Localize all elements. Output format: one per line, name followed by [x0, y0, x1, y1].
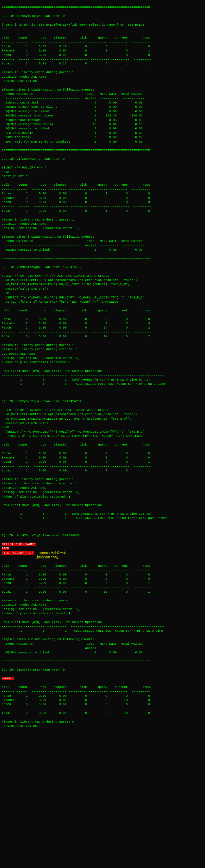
separator-5: ========================================…: [2, 659, 150, 663]
main-content: ========================================…: [0, 0, 205, 730]
section3-sql-id: SQL ID: 93h3o6fzc6gqk Plan Hash: 1276474…: [2, 266, 167, 386]
separator-4: ========================================…: [2, 525, 150, 528]
section6-statement-highlight: commit: [2, 677, 14, 680]
section2-sql-id: SQL ID: 21fzgwpwu277s Plan Hash: 0 SELEC…: [2, 157, 152, 251]
separator-top: ========================================…: [2, 6, 150, 9]
section6-pre: SQL ID: 23wm3kz7rps5y Plan Hash: 0: [2, 668, 65, 672]
section1-sql-id: SQL ID: a0txnym74qj2c Plan Hash: 0 inser…: [2, 14, 152, 143]
section5-pre: SQL ID: 2c1d79jcv7xg7 Plan Hash: 3875980…: [2, 534, 79, 537]
separator-3: ========================================…: [2, 391, 150, 394]
section5-statement-highlight: SELECT "ID","NAME" FROM "TEST_NCLOB" "A2…: [2, 542, 36, 555]
section4-sql-id: SQL ID: dbd2y0kp51j4u Plan Hash: 1276474…: [2, 400, 167, 520]
separator-2: ========================================…: [2, 257, 150, 260]
section6-body: call count cpu elapsed disk query curren…: [2, 685, 152, 728]
section5-body: call count cpu elapsed disk query curren…: [2, 564, 165, 654]
separator-1: ========================================…: [2, 149, 150, 152]
